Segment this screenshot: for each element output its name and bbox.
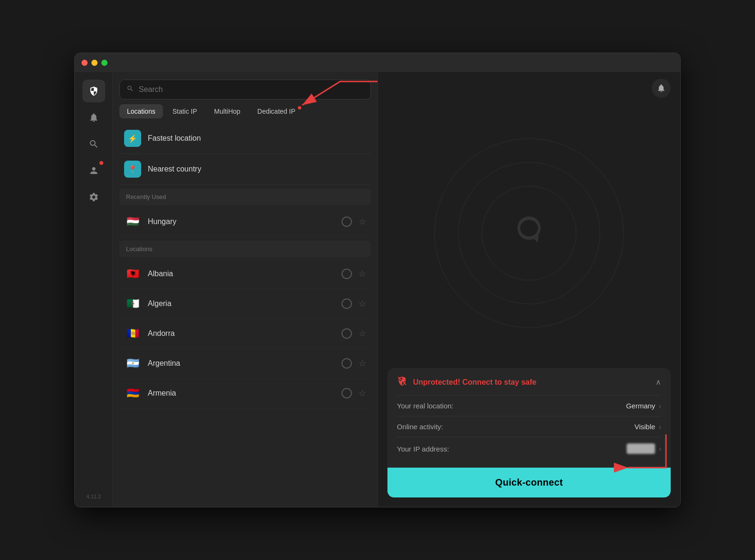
tabs-bar: Locations Static IP MultiHop Dedicated I… — [113, 104, 378, 118]
flag-armenia: 🇦🇲 — [124, 385, 141, 402]
sidebar-item-user[interactable] — [82, 159, 105, 182]
radio-button[interactable] — [342, 328, 352, 339]
list-item[interactable]: 🇦🇩 Andorra ☆ — [119, 319, 371, 349]
nearest-country-label: Nearest country — [148, 165, 201, 173]
search-bar[interactable] — [119, 80, 371, 99]
status-card: Unprotected! Connect to stay safe ∧ Your… — [387, 368, 671, 468]
minimize-button[interactable] — [91, 60, 98, 66]
real-location-value: Germany — [626, 402, 656, 410]
online-activity-label: Online activity: — [397, 423, 634, 431]
dedicated-ip-dot — [298, 106, 301, 109]
app-body: 4.11.2 L — [75, 72, 680, 507]
sidebar-item-alert[interactable] — [82, 106, 105, 129]
radio-button[interactable] — [342, 358, 352, 369]
radio-button[interactable] — [342, 388, 352, 398]
real-location-row[interactable]: Your real location: Germany › — [397, 395, 661, 416]
country-name: Hungary — [148, 217, 335, 226]
chevron-up-icon[interactable]: ∧ — [656, 378, 661, 387]
locations-list: ⚡ Fastest location 📍 Nearest country Rec… — [113, 123, 378, 507]
nearest-country-item[interactable]: 📍 Nearest country — [119, 154, 371, 185]
shield-icon — [89, 86, 99, 96]
online-activity-chevron[interactable]: › — [659, 423, 661, 431]
search-input-icon — [126, 85, 134, 94]
magnify-icon — [89, 139, 99, 149]
radio-button[interactable] — [342, 298, 352, 309]
tab-static-ip[interactable]: Static IP — [165, 104, 205, 118]
sidebar-item-search[interactable] — [82, 133, 105, 155]
online-activity-row[interactable]: Online activity: Visible › — [397, 416, 661, 437]
online-activity-value: Visible — [634, 423, 655, 431]
tab-multihop[interactable]: MultiHop — [207, 104, 248, 118]
sidebar: 4.11.2 — [75, 72, 113, 507]
ip-address-blurred — [627, 443, 655, 454]
list-item[interactable]: 🇦🇲 Armenia ☆ — [119, 379, 371, 408]
bottom-panel: Unprotected! Connect to stay safe ∧ Your… — [378, 361, 680, 507]
star-button[interactable]: ☆ — [359, 298, 366, 309]
star-button[interactable]: ☆ — [359, 388, 366, 398]
app-window: 4.11.2 L — [74, 53, 681, 507]
radio-button[interactable] — [342, 269, 352, 279]
star-button[interactable]: ☆ — [359, 269, 366, 279]
star-button[interactable]: ☆ — [359, 328, 366, 339]
bell-icon — [656, 83, 666, 93]
nearest-country-icon: 📍 — [124, 161, 141, 178]
ip-address-row[interactable]: Your IP address: › — [397, 437, 661, 460]
fastest-location-item[interactable]: ⚡ Fastest location — [119, 123, 371, 154]
country-name: Armenia — [148, 389, 335, 397]
alert-icon — [89, 112, 99, 123]
country-name: Algeria — [148, 299, 335, 308]
fastest-location-icon: ⚡ — [124, 130, 141, 147]
recently-used-header: Recently Used — [119, 189, 371, 205]
search-input[interactable] — [139, 85, 364, 94]
left-panel: Locations Static IP MultiHop Dedicated I… — [113, 72, 378, 507]
notification-button[interactable] — [652, 79, 671, 98]
flag-argentina: 🇦🇷 — [124, 355, 141, 372]
close-button[interactable] — [81, 60, 88, 66]
settings-icon — [89, 192, 99, 202]
flag-algeria: 🇩🇿 — [124, 295, 141, 312]
right-panel: Unprotected! Connect to stay safe ∧ Your… — [378, 72, 680, 507]
title-bar — [75, 53, 680, 72]
country-name: Argentina — [148, 359, 335, 368]
real-location-label: Your real location: — [397, 402, 626, 410]
shield-slash-icon — [397, 376, 407, 388]
user-badge — [99, 161, 103, 165]
list-item[interactable]: 🇩🇿 Algeria ☆ — [119, 289, 371, 319]
locations-header: Locations — [119, 241, 371, 257]
tab-locations[interactable]: Locations — [119, 104, 163, 118]
country-name: Albania — [148, 270, 335, 278]
sidebar-item-settings[interactable] — [82, 186, 105, 208]
list-item[interactable]: 🇭🇺 Hungary ☆ — [119, 207, 371, 237]
status-text: Unprotected! Connect to stay safe — [413, 378, 650, 387]
star-button[interactable]: ☆ — [359, 217, 366, 227]
circles-container — [434, 138, 624, 328]
ip-address-label: Your IP address: — [397, 445, 627, 453]
star-button[interactable]: ☆ — [359, 358, 366, 369]
main-visual — [378, 104, 680, 361]
list-item[interactable]: 🇦🇷 Argentina ☆ — [119, 349, 371, 379]
flag-hungary: 🇭🇺 — [124, 213, 141, 230]
status-header: Unprotected! Connect to stay safe ∧ — [397, 376, 661, 388]
radio-button[interactable] — [342, 217, 352, 227]
fastest-location-label: Fastest location — [148, 134, 201, 143]
ip-address-chevron[interactable]: › — [659, 445, 661, 452]
country-name: Andorra — [148, 329, 335, 338]
surfshark-logo — [512, 213, 546, 253]
flag-andorra: 🇦🇩 — [124, 325, 141, 342]
real-location-chevron[interactable]: › — [659, 402, 661, 410]
tab-dedicated-ip[interactable]: Dedicated IP — [250, 104, 303, 118]
quick-connect-button[interactable]: Quick-connect — [387, 468, 671, 497]
right-header — [378, 72, 680, 104]
fullscreen-button[interactable] — [101, 60, 108, 66]
user-icon — [89, 165, 99, 176]
list-item[interactable]: 🇦🇱 Albania ☆ — [119, 259, 371, 289]
sidebar-item-shield[interactable] — [82, 80, 105, 102]
version-label: 4.11.2 — [86, 494, 101, 499]
flag-albania: 🇦🇱 — [124, 265, 141, 282]
